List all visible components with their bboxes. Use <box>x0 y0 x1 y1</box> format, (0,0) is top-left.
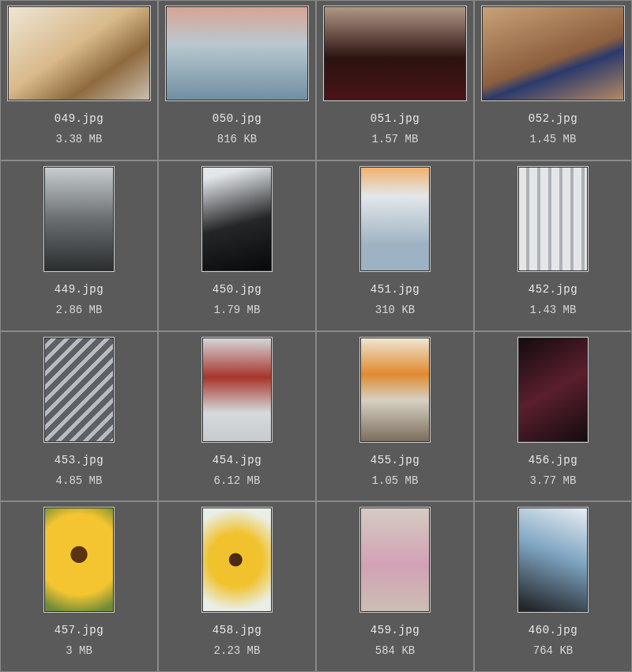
thumbnail-cell[interactable]: 050.jpg816 KB <box>158 0 316 160</box>
file-name-label: 051.jpg <box>371 112 419 125</box>
file-size-label: 3 MB <box>66 644 92 657</box>
thumbnail-cell[interactable]: 049.jpg3.38 MB <box>0 0 158 160</box>
thumbnail-image[interactable] <box>359 337 431 443</box>
file-size-label: 1.43 MB <box>530 304 577 316</box>
thumbnail-cell[interactable]: 450.jpg1.79 MB <box>158 160 316 331</box>
thumbnail-wrap <box>320 507 470 613</box>
file-size-label: 764 KB <box>533 644 573 657</box>
thumbnail-cell[interactable]: 457.jpg3 MB <box>0 501 158 672</box>
thumbnail-wrap <box>478 507 628 613</box>
file-size-label: 1.05 MB <box>372 474 419 487</box>
thumbnail-image[interactable] <box>481 6 625 101</box>
thumbnail-wrap <box>162 6 312 101</box>
file-size-label: 1.79 MB <box>214 304 261 316</box>
thumbnail-wrap <box>478 6 628 101</box>
thumbnail-cell[interactable]: 051.jpg1.57 MB <box>316 0 474 160</box>
thumbnail-image[interactable] <box>359 507 431 613</box>
thumbnail-wrap <box>320 166 470 272</box>
file-name-label: 460.jpg <box>529 624 577 636</box>
thumbnail-wrap <box>162 166 312 272</box>
thumbnail-cell[interactable]: 454.jpg6.12 MB <box>158 331 316 502</box>
thumbnail-cell[interactable]: 459.jpg584 KB <box>316 501 474 672</box>
thumbnail-cell[interactable]: 456.jpg3.77 MB <box>474 331 632 502</box>
thumbnail-grid: 049.jpg3.38 MB050.jpg816 KB051.jpg1.57 M… <box>0 0 632 672</box>
file-size-label: 1.57 MB <box>372 133 419 145</box>
thumbnail-image[interactable] <box>201 166 273 272</box>
file-size-label: 2.86 MB <box>56 304 103 316</box>
thumbnail-wrap <box>320 337 470 443</box>
thumbnail-image[interactable] <box>43 166 115 272</box>
file-name-label: 453.jpg <box>55 454 103 466</box>
file-size-label: 310 KB <box>375 304 415 316</box>
thumbnail-image[interactable] <box>165 6 309 101</box>
thumbnail-wrap <box>4 6 154 101</box>
file-name-label: 454.jpg <box>213 454 261 466</box>
thumbnail-cell[interactable]: 458.jpg2.23 MB <box>158 501 316 672</box>
thumbnail-cell[interactable]: 451.jpg310 KB <box>316 160 474 331</box>
file-size-label: 584 KB <box>375 644 415 657</box>
thumbnail-wrap <box>4 166 154 272</box>
thumbnail-image[interactable] <box>7 6 151 101</box>
file-size-label: 6.12 MB <box>214 474 261 487</box>
thumbnail-wrap <box>4 337 154 443</box>
thumbnail-image[interactable] <box>43 337 115 443</box>
file-size-label: 2.23 MB <box>214 644 261 657</box>
thumbnail-image[interactable] <box>43 507 115 613</box>
file-size-label: 1.45 MB <box>530 133 577 145</box>
file-size-label: 4.85 MB <box>56 474 103 487</box>
thumbnail-image[interactable] <box>517 166 589 272</box>
file-size-label: 816 KB <box>217 133 257 145</box>
file-name-label: 455.jpg <box>371 454 419 466</box>
thumbnail-wrap <box>4 507 154 613</box>
file-name-label: 449.jpg <box>55 283 103 296</box>
thumbnail-cell[interactable]: 455.jpg1.05 MB <box>316 331 474 502</box>
file-name-label: 049.jpg <box>55 112 103 125</box>
thumbnail-image[interactable] <box>323 6 467 101</box>
file-name-label: 052.jpg <box>529 112 577 125</box>
file-size-label: 3.38 MB <box>56 133 103 145</box>
thumbnail-image[interactable] <box>517 337 589 443</box>
file-name-label: 450.jpg <box>213 283 261 296</box>
thumbnail-wrap <box>162 507 312 613</box>
file-size-label: 3.77 MB <box>530 474 577 487</box>
thumbnail-cell[interactable]: 460.jpg764 KB <box>474 501 632 672</box>
thumbnail-cell[interactable]: 453.jpg4.85 MB <box>0 331 158 502</box>
thumbnail-cell[interactable]: 452.jpg1.43 MB <box>474 160 632 331</box>
file-name-label: 458.jpg <box>213 624 261 636</box>
thumbnail-image[interactable] <box>201 337 273 443</box>
thumbnail-cell[interactable]: 052.jpg1.45 MB <box>474 0 632 160</box>
file-name-label: 050.jpg <box>213 112 261 125</box>
thumbnail-image[interactable] <box>359 166 431 272</box>
thumbnail-cell[interactable]: 449.jpg2.86 MB <box>0 160 158 331</box>
file-name-label: 451.jpg <box>371 283 419 296</box>
file-name-label: 452.jpg <box>529 283 577 296</box>
thumbnail-wrap <box>478 166 628 272</box>
file-name-label: 456.jpg <box>529 454 577 466</box>
thumbnail-wrap <box>162 337 312 443</box>
file-name-label: 459.jpg <box>371 624 419 636</box>
thumbnail-wrap <box>478 337 628 443</box>
file-name-label: 457.jpg <box>55 624 103 636</box>
thumbnail-image[interactable] <box>517 507 589 613</box>
thumbnail-image[interactable] <box>201 507 273 613</box>
thumbnail-wrap <box>320 6 470 101</box>
